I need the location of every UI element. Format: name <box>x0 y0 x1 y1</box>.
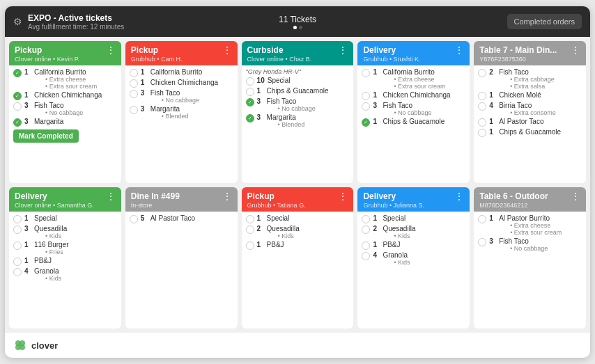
item-check-card-2-1[interactable] <box>130 79 138 88</box>
table-row: 4Granola• Kids <box>362 251 465 266</box>
item-name-card-5-1: Chicken Molé <box>499 91 541 99</box>
item-check-card-9-0[interactable] <box>362 215 370 223</box>
kebab-menu-card-5[interactable]: ⋮ <box>571 45 580 55</box>
item-check-card-10-0[interactable] <box>478 215 486 223</box>
item-qty-card-6-4: 4 <box>24 267 31 275</box>
dot-2[interactable] <box>299 26 302 29</box>
kebab-menu-card-2[interactable]: ⋮ <box>222 45 232 55</box>
item-check-card-4-2[interactable] <box>362 102 370 111</box>
kebab-menu-card-10[interactable]: ⋮ <box>571 191 580 201</box>
kebab-menu-card-8[interactable]: ⋮ <box>338 191 348 201</box>
item-mod-card-4-2-0: • No cabbage <box>382 109 431 116</box>
item-check-card-3-2[interactable] <box>246 98 254 106</box>
item-check-card-2-0[interactable] <box>130 69 138 77</box>
card-body-card-4: 1California Burrito• Extra cheese• Extra… <box>357 65 470 183</box>
table-row: 3Fish Taco• No cabbage <box>362 102 465 116</box>
item-check-card-1-2[interactable] <box>13 102 22 111</box>
card-header-card-3: CurbsideClover online • Chaz B.⋮ <box>242 41 354 65</box>
item-check-card-6-0[interactable] <box>13 215 22 223</box>
table-row: 3Fish Taco• No cabbage <box>246 97 350 112</box>
item-check-card-3-3[interactable] <box>246 114 254 122</box>
item-check-card-1-0[interactable] <box>13 69 22 77</box>
item-group-card-2-0: California Burrito <box>150 68 202 76</box>
card-sub-card-9: Grubhub • Julianna S. <box>363 202 424 209</box>
item-name-card-4-3: Chips & Guacamole <box>382 118 445 125</box>
kebab-menu-card-4[interactable]: ⋮ <box>454 45 464 55</box>
item-check-card-5-2[interactable] <box>478 102 486 111</box>
item-check-card-8-0[interactable] <box>246 215 254 223</box>
table-row: 1Chips & Guacamole <box>478 128 582 137</box>
item-name-card-5-3: Al Pastor Taco <box>499 118 543 125</box>
item-check-card-8-2[interactable] <box>246 242 254 250</box>
ticket-card-card-8: PickupGrubhub • Tatiana G.⋮1Special2Ques… <box>242 187 354 329</box>
item-check-card-9-3[interactable] <box>362 252 370 260</box>
tickets-row-1: DeliveryClover online • Samantha G.⋮1Spe… <box>9 187 586 329</box>
table-row: 1PB&J <box>246 241 350 250</box>
item-mod-card-1-2-0: • No cabbage <box>34 109 83 116</box>
item-qty-card-10-1: 3 <box>489 237 496 245</box>
item-mod-card-2-3-0: • Blended <box>150 113 189 120</box>
item-name-card-1-1: Chicken Chimichanga <box>34 91 102 99</box>
clover-text: clover <box>31 340 58 351</box>
gear-icon[interactable]: ⚙ <box>13 16 22 27</box>
item-check-card-2-2[interactable] <box>130 90 138 98</box>
item-check-card-1-3[interactable] <box>13 118 22 127</box>
item-name-card-9-1: Quesadilla <box>382 225 415 232</box>
tickets-row-0: PickupClover online • Kevin P.⋮1Californ… <box>9 41 586 183</box>
item-qty-card-4-3: 1 <box>373 118 380 125</box>
completed-orders-button[interactable]: Completed orders <box>507 14 582 29</box>
table-row: 3Margarita• Blended <box>246 113 350 128</box>
kebab-menu-card-6[interactable]: ⋮ <box>106 191 116 201</box>
item-mod-card-4-0-0: • Extra cheese <box>382 76 445 83</box>
item-group-card-9-1: Quesadilla• Kids <box>382 225 415 239</box>
item-check-card-5-3[interactable] <box>478 118 486 127</box>
item-check-card-3-1[interactable] <box>246 88 254 96</box>
dot-1[interactable] <box>293 26 297 29</box>
item-name-card-8-1: Quesadilla <box>267 225 300 232</box>
item-group-card-1-2: Fish Taco• No cabbage <box>34 102 83 116</box>
item-check-card-6-3[interactable] <box>13 258 22 266</box>
item-group-card-5-2: Birria Taco• Extra consome <box>499 102 556 116</box>
table-row: 1PB&J <box>13 257 117 266</box>
item-qty-card-8-0: 1 <box>257 214 264 222</box>
item-qty-card-1-1: 1 <box>24 91 31 99</box>
mark-completed-button-card-1[interactable]: Mark Completed <box>13 129 79 143</box>
item-name-card-3-2: Fish Taco <box>267 97 297 105</box>
item-check-card-6-1[interactable] <box>13 225 22 234</box>
kebab-menu-card-7[interactable]: ⋮ <box>222 191 232 201</box>
item-check-card-4-0[interactable] <box>362 69 370 77</box>
kebab-menu-card-1[interactable]: ⋮ <box>106 45 116 55</box>
item-check-card-6-2[interactable] <box>13 242 22 250</box>
kebab-menu-card-9[interactable]: ⋮ <box>454 191 464 201</box>
table-row: 1Special <box>246 214 350 223</box>
item-check-card-9-2[interactable] <box>362 242 370 250</box>
item-name-card-6-0: Special <box>34 214 57 222</box>
item-check-card-4-1[interactable] <box>362 92 370 100</box>
item-check-card-5-0[interactable] <box>478 69 486 77</box>
item-mod-card-10-0-0: • Extra cheese <box>499 222 562 229</box>
item-name-card-6-4: Granola <box>34 267 59 275</box>
item-check-card-8-1[interactable] <box>246 225 254 234</box>
item-check-card-1-1[interactable] <box>13 92 22 100</box>
item-check-card-2-3[interactable] <box>130 106 138 114</box>
item-check-card-3-0[interactable] <box>246 77 254 86</box>
card-title-card-2: Pickup <box>131 45 183 55</box>
item-qty-card-4-1: 1 <box>373 91 380 99</box>
kebab-menu-card-3[interactable]: ⋮ <box>338 45 348 55</box>
top-bar-info: EXPO - Active tickets Avg fulfillment ti… <box>28 13 124 31</box>
item-group-card-2-3: Margarita• Blended <box>150 105 189 120</box>
card-title-card-9: Delivery <box>363 191 424 201</box>
item-qty-card-10-0: 1 <box>489 214 496 222</box>
table-row: 1Chicken Chimichanga <box>13 91 117 100</box>
item-check-card-7-0[interactable] <box>130 215 138 223</box>
item-check-card-10-1[interactable] <box>478 238 486 246</box>
item-check-card-9-1[interactable] <box>362 225 370 234</box>
bottom-bar: clover <box>5 333 590 358</box>
item-check-card-5-1[interactable] <box>478 92 486 100</box>
item-check-card-5-4[interactable] <box>478 129 486 137</box>
ticket-card-card-9: DeliveryGrubhub • Julianna S.⋮1Special2Q… <box>357 187 470 329</box>
card-header-info-card-8: PickupGrubhub • Tatiana G. <box>247 191 306 209</box>
item-name-card-8-0: Special <box>267 214 290 222</box>
item-check-card-4-3[interactable] <box>362 118 370 127</box>
item-check-card-6-4[interactable] <box>13 268 22 276</box>
